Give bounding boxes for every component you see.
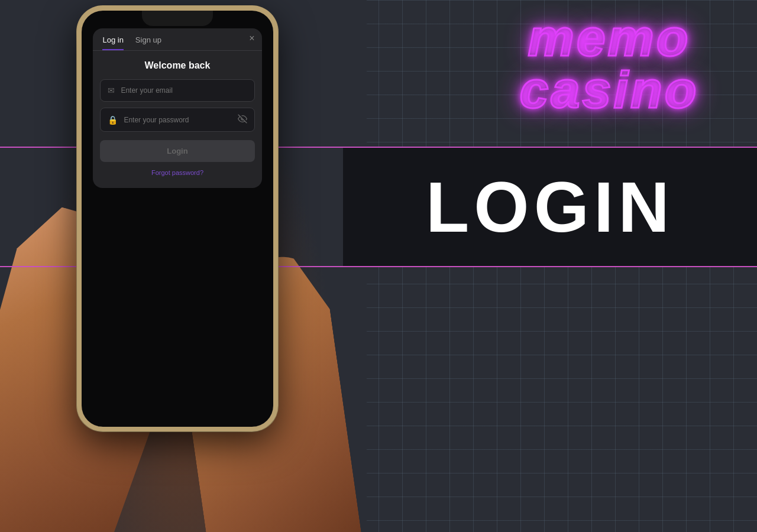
modal-title: Welcome back (93, 51, 261, 79)
email-icon: ✉ (108, 86, 115, 95)
login-strip: LOGIN (343, 148, 757, 266)
logo-memo: memo (473, 12, 745, 64)
phone-frame: Log in Sign up × Welcome back ✉ (77, 6, 278, 432)
tab-login[interactable]: Log in (102, 35, 123, 50)
login-button[interactable]: Login (100, 140, 254, 162)
casino-logo: memo casino (473, 12, 745, 116)
password-field-container: 🔒 (100, 108, 254, 132)
forgot-password-link[interactable]: Forgot password? (93, 167, 261, 176)
phone-notch (142, 11, 213, 26)
tab-signup[interactable]: Sign up (135, 35, 161, 50)
phone-screen: Log in Sign up × Welcome back ✉ (82, 11, 273, 427)
logo-casino: casino (473, 64, 745, 116)
email-field-container: ✉ (100, 79, 254, 102)
phone-modal: Log in Sign up × Welcome back ✉ (82, 11, 273, 427)
modal-tabs: Log in Sign up × (93, 28, 261, 51)
email-input[interactable] (121, 86, 247, 95)
password-toggle-icon[interactable] (238, 114, 247, 125)
phone-wrapper: Log in Sign up × Welcome back ✉ (77, 6, 278, 432)
lock-icon: 🔒 (108, 115, 118, 125)
login-banner-text: LOGIN (426, 166, 674, 248)
modal-close-button[interactable]: × (249, 33, 254, 44)
password-input[interactable] (124, 116, 231, 124)
modal-card: Log in Sign up × Welcome back ✉ (93, 28, 261, 188)
